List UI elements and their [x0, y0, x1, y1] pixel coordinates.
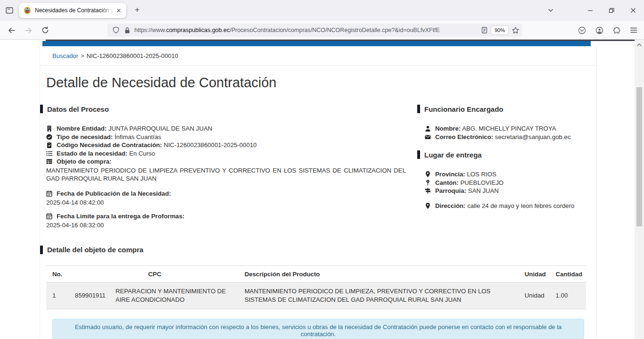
breadcrumb-buscador-link[interactable]: Buscador [52, 52, 78, 59]
page-title: Detalle de Necesidad de Contratación [46, 75, 584, 91]
scrollbar-track[interactable] [635, 40, 644, 339]
list-item: Código Necesidad de Contratación: NIC-12… [46, 141, 417, 149]
signpost-icon [425, 188, 431, 194]
browser-tab[interactable]: Necesidades de Contratación y ✕ [19, 3, 126, 18]
table-row: 1 859901911 REPARACION Y MANTENIMIENTO D… [46, 282, 586, 309]
breadcrumb-current: NIC-1260023860001-2025-00010 [87, 52, 178, 59]
scrollbar-thumb[interactable] [636, 87, 642, 226]
cell-producto: MANTENIMIENTO PERIODICO DE LIMPIEZA, PRE… [239, 282, 519, 309]
list-item: Nombre Entidad: JUNTA PARROQUIAL DE SAN … [46, 124, 417, 133]
fecha-limite-proformas: Fecha Limite para la entrega de Proforma… [46, 213, 417, 229]
url-bar[interactable]: https://www.compraspublicas.gob.ec/Proce… [107, 24, 522, 37]
tab-title: Necesidades de Contratación y [35, 7, 114, 14]
list-item: Dirección: calle 24 de mayo y leon febre… [425, 202, 596, 210]
objeto-de-compra-text: MANTENIMIENTO PERIODICO DE LIMPIEZA PREV… [46, 166, 406, 183]
page-container: Buscador>NIC-1260023860001-2025-00010 De… [40, 46, 597, 339]
reload-icon[interactable] [38, 23, 53, 38]
close-window-icon[interactable] [626, 4, 640, 17]
detalle-heading: Detalle del objeto de compra [47, 246, 143, 254]
account-icon[interactable] [592, 23, 607, 38]
new-tab-button[interactable]: + [132, 5, 142, 16]
cell-no: 1 [46, 282, 69, 309]
site-header-bar [42, 41, 591, 46]
section-accent-bar [417, 105, 420, 113]
tab-list-chevron-icon[interactable] [545, 5, 556, 16]
cell-cpc-code: 859901911 [69, 282, 109, 309]
tab-close-icon[interactable]: ✕ [114, 6, 124, 15]
funcionario-section: Funcionario Encargado [417, 105, 596, 113]
list-icon [46, 150, 52, 157]
list-item: Estado de la necesidad: En Curso [46, 149, 417, 158]
envelope-icon [425, 134, 431, 140]
funcionario-heading: Funcionario Encargado [424, 105, 504, 113]
minimize-icon[interactable] [583, 4, 597, 17]
firefox-view-icon[interactable] [4, 5, 15, 16]
breadcrumb-separator: > [81, 52, 84, 59]
right-column: Funcionario Encargado Nombre: ABG. MICHE… [417, 105, 596, 229]
cell-cantidad: 1.00 [550, 282, 586, 309]
table-icon [46, 158, 52, 165]
map-pin-icon [425, 180, 431, 186]
clipboard-check-icon [46, 142, 52, 148]
fecha-publicacion: Fecha de Publicación de la Necesidad: 20… [46, 190, 417, 206]
col-header-no: No. [46, 265, 69, 282]
list-item: Cantón: PUEBLOVIEJO [425, 179, 596, 187]
shield-icon[interactable] [112, 26, 120, 34]
page-viewport: Buscador>NIC-1260023860001-2025-00010 De… [0, 40, 635, 339]
reader-mode-icon[interactable] [481, 26, 488, 34]
lock-icon[interactable] [124, 27, 131, 34]
scrollbar-up-arrow[interactable] [636, 41, 643, 48]
list-item: Parroquia: SAN JUAN [425, 187, 596, 195]
back-icon[interactable] [4, 23, 19, 38]
calendar-icon [46, 190, 52, 197]
check-circle-icon [46, 134, 52, 140]
datos-proceso-section: Datos del Proceso Nombre Entidad: JUNTA … [40, 105, 417, 229]
breadcrumb: Buscador>NIC-1260023860001-2025-00010 [40, 46, 596, 66]
cell-cpc-desc: REPARACION Y MANTENIMIENTO DE AIRE ACOND… [109, 282, 239, 309]
table-header-row: No. CPC Descripción del Producto Unidad … [46, 265, 586, 282]
list-item: Nombre: ABG. MICHELLY PINCAY TROYA [425, 124, 596, 133]
col-header-cpc: CPC [69, 265, 239, 282]
pocket-icon[interactable] [574, 23, 589, 38]
detalle-objeto-section: Detalle del objeto de compra [40, 246, 596, 254]
lugar-entrega-heading: Lugar de entrega [424, 151, 482, 159]
section-accent-bar [417, 150, 420, 159]
datos-proceso-heading: Datos del Proceso [47, 105, 109, 113]
building-icon [46, 125, 52, 132]
list-item: Provincia: LOS RIOS [425, 170, 596, 179]
col-header-cantidad: Cantidad [550, 265, 586, 282]
ecuador-coat-of-arms-icon [24, 7, 31, 14]
list-item: Objeto de compra: [46, 157, 417, 166]
extensions-icon[interactable] [609, 23, 624, 38]
objeto-compra-table: No. CPC Descripción del Producto Unidad … [46, 265, 586, 309]
tab-bar: Necesidades de Contratación y ✕ + [0, 0, 644, 21]
section-accent-bar [40, 246, 43, 254]
map-marker-icon [425, 203, 431, 209]
list-item: Tipo de necesidad: Ínfimas Cuantías [46, 133, 417, 141]
info-alert: Estimado usuario, de requerir mayor info… [52, 319, 584, 339]
user-icon [425, 125, 431, 132]
col-header-unidad: Unidad [519, 265, 550, 282]
section-accent-bar [40, 105, 43, 113]
calendar-icon [46, 213, 52, 219]
restore-window-icon[interactable] [604, 4, 619, 17]
bookmark-star-icon[interactable] [512, 26, 520, 34]
list-item: Correo Electrónico: secretaria@sanjuan.g… [425, 133, 596, 141]
map-marker-icon [425, 171, 431, 177]
col-header-descripcion: Descripción del Producto [239, 265, 519, 282]
cell-unidad: Unidad [519, 282, 550, 309]
zoom-indicator[interactable]: 90% [491, 25, 509, 35]
forward-icon[interactable] [21, 23, 36, 38]
lugar-entrega-section: Lugar de entrega [417, 150, 596, 159]
url-text: https://www.compraspublicas.gob.ec/Proce… [134, 27, 481, 33]
menu-icon[interactable] [626, 23, 641, 38]
